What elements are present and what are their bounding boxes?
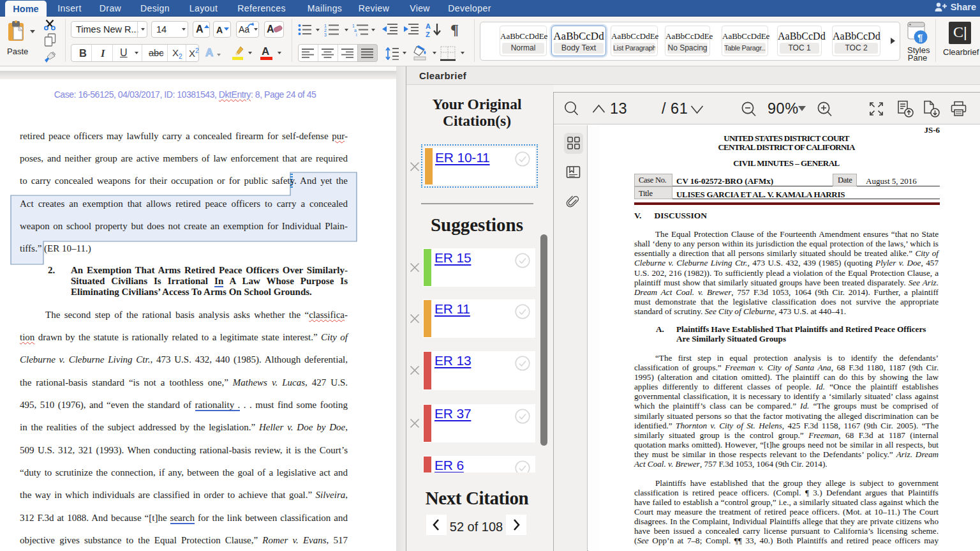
svg-text:¶: ¶ — [917, 32, 923, 43]
svg-text:Z: Z — [426, 31, 430, 38]
svg-text:A: A — [426, 22, 431, 30]
